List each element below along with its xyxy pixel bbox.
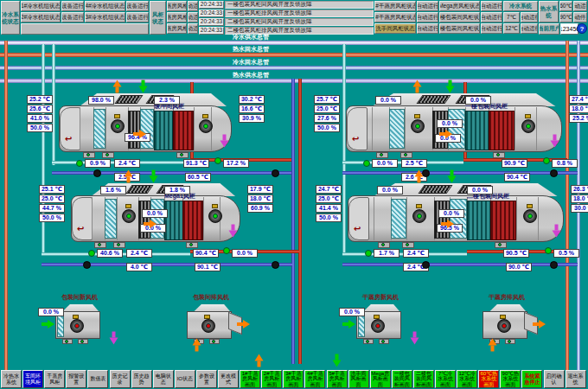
airflow-arrow-icon — [133, 130, 146, 138]
fan-stop-led-icon — [206, 323, 211, 328]
hot-valve-readout: 17.2 % — [223, 159, 249, 168]
cold-system-temp: 12℃ — [503, 23, 520, 34]
toolbar-button[interactable]: 干蒸房风柜 — [44, 370, 65, 388]
pipe-center-riser-red — [298, 79, 302, 364]
alarm-message: 二楼包装风柜回风阀开度反馈故障 — [225, 18, 374, 26]
exhaust-arrow-icon — [551, 135, 559, 148]
ahu-name: 一楼包装间风柜状态 — [439, 12, 480, 22]
outlet-arrow-icon — [411, 332, 419, 345]
toolbar-button[interactable]: 启闭确认 — [544, 370, 565, 388]
chilled-valve-readout: 1.7 % — [374, 249, 399, 258]
return-air-readout: 41.4 % — [316, 204, 342, 213]
return-air-readout: 25.1 ℃ — [39, 185, 65, 194]
stub-led-icon — [366, 340, 369, 343]
supply-air-readout: 30.2 ℃ — [239, 95, 265, 104]
hot-valve-readout: 0.5 % — [553, 249, 579, 258]
alarm-time: 20:24:33 — [199, 10, 224, 17]
hot-temp-readout: 90.4 ℃ — [504, 173, 530, 182]
hot-temp-readout: 90.4 ℃ — [193, 249, 219, 258]
ahu-run-status: 自动运行 — [188, 23, 198, 34]
toolbar-button[interactable]: 90℃热水系统画面 — [500, 370, 521, 388]
chilled-temp-readout: 2.4 ℃ — [126, 249, 152, 258]
alarm-message: 一楼包装风柜回风阀开度反馈故障 — [225, 1, 374, 9]
fan-stop-led-icon — [375, 323, 380, 328]
damper-readout: 98.0 % — [88, 96, 114, 105]
return-air-readout: 25.0 ℃ — [39, 194, 65, 203]
outlet-arrow-icon — [237, 320, 250, 328]
toolbar-button[interactable]: 更改模式 — [218, 370, 239, 388]
toolbar-button[interactable]: 二楼包装间风柜画面 — [413, 370, 434, 388]
chiller-run-status: 设备运行 — [61, 1, 84, 11]
pipe-label: 冷水回水总管 — [216, 59, 285, 66]
chiller-run-status: 设备运行 — [126, 1, 149, 11]
toolbar-button[interactable]: 60℃热水系统画面 — [478, 370, 499, 388]
outlet-arrow-icon — [110, 332, 118, 345]
ahu-name: 5#干蒸房风柜状态 — [374, 12, 416, 22]
fresh-air-arrow-icon — [413, 80, 422, 93]
supply-air-readout: 18.0 ℃ — [247, 194, 273, 203]
toolbar-button[interactable]: 报警设置 — [66, 370, 86, 388]
return-air-readout: 41.0 % — [27, 114, 53, 123]
toolbar-button[interactable]: 电脑状态 — [153, 370, 174, 388]
pump-icon — [550, 261, 558, 269]
supply-air-readout: 30.9 % — [239, 114, 265, 123]
ahu-name: 2#干蒸房风柜状态 — [167, 12, 187, 22]
ahu-run-status: 自动运行 — [481, 23, 502, 34]
toolbar-button[interactable]: 历史记录 — [110, 370, 131, 388]
current-user-value[interactable]: 123456 — [560, 23, 578, 35]
toolbar-button[interactable]: 系统紧急停止 — [521, 370, 542, 388]
help-icon[interactable]: ? — [577, 23, 587, 34]
chiller-name: 2#冷水机组状态 — [21, 12, 61, 22]
toolbar-button[interactable]: 1#干蒸房风柜画面 — [240, 370, 260, 388]
toolbar-button[interactable]: 洗手间风柜画面 — [348, 370, 369, 388]
toolbar-button[interactable]: 车间环境风柜 — [22, 370, 43, 388]
toolbar-button[interactable]: 5#干蒸房风柜画面 — [327, 370, 348, 388]
toolbar-button[interactable]: 数值表 — [87, 370, 108, 388]
chiller-run-status: 设备运行 — [61, 12, 84, 22]
chilled-temp-readout: 2.4 ℃ — [403, 249, 429, 258]
return-air-readout: 50.0 % — [27, 124, 53, 132]
supply-air-readout: 30.0 % — [571, 204, 588, 213]
fan-top-face — [190, 304, 230, 311]
fresh-air-arrow-icon — [125, 170, 133, 183]
toolbar-button[interactable]: 3#干蒸房风柜画面 — [283, 370, 304, 388]
cold-system-mode: 自动运行 — [521, 12, 538, 22]
ahu-run-status: 自动运行 — [481, 1, 502, 11]
valve-icon — [76, 160, 83, 167]
toolbar-button[interactable]: 4#干蒸房风柜画面 — [304, 370, 325, 388]
toolbar-button[interactable]: 12℃冷水系统画面 — [457, 370, 477, 388]
airflow-arrow-icon — [439, 130, 452, 138]
damper-readout: 1.6 % — [100, 186, 126, 194]
ahu-run-status: 自动运行 — [417, 1, 438, 11]
supply-air-readout: 25.2 % — [569, 114, 588, 123]
inlet-arrow-icon — [342, 320, 355, 328]
toolbar-button[interactable]: 2#干蒸房风柜画面 — [261, 370, 282, 388]
fan-top-face — [486, 304, 526, 311]
toolbar-button[interactable]: 一楼包装间风柜画面 — [392, 370, 412, 388]
ahu-run-status: 自动运行 — [417, 12, 438, 22]
ahu-run-status: 自动运行 — [188, 1, 198, 11]
hot-system-mode: 手动停止 — [573, 12, 587, 22]
toolbar-button[interactable]: 7℃冷水系统画面 — [435, 370, 456, 388]
pipe-cold-supply-main — [0, 41, 588, 45]
toolbar-button[interactable]: 历史趋势 — [131, 370, 152, 388]
toolbar-button[interactable]: 参数设置 — [196, 370, 217, 388]
toolbar-button[interactable]: 退出系统 — [566, 370, 586, 388]
fan-unit-title: 包装间新风机 — [41, 294, 118, 301]
toolbar-button[interactable]: IO状态 — [175, 370, 195, 388]
return-air-readout: 50.0 % — [316, 214, 342, 222]
toolbar-button[interactable]: Mega房风柜画面 — [370, 370, 391, 388]
pipe-hot-return-main — [0, 53, 588, 57]
return-air-readout: 50.0 % — [314, 124, 340, 132]
ahu-run-status: 自动运行 — [417, 23, 438, 34]
fan-stop-led-icon — [74, 323, 80, 328]
ahu-run-status: 自动运行 — [188, 12, 198, 22]
hot-temp-readout: 90.5 ℃ — [503, 249, 529, 258]
pipe-label: 热水回水总管 — [216, 46, 285, 53]
damper-readout: 0.0 % — [377, 186, 403, 194]
return-air-readout: 25.0 ℃ — [314, 105, 340, 113]
toolbar-button[interactable]: 冷热水系统 — [1, 370, 22, 388]
supply-air-readout: 17.9 ℃ — [247, 185, 273, 194]
hot-system-mode: 自动运行 — [573, 1, 587, 11]
damper-readout: 0.0 % — [465, 96, 491, 105]
